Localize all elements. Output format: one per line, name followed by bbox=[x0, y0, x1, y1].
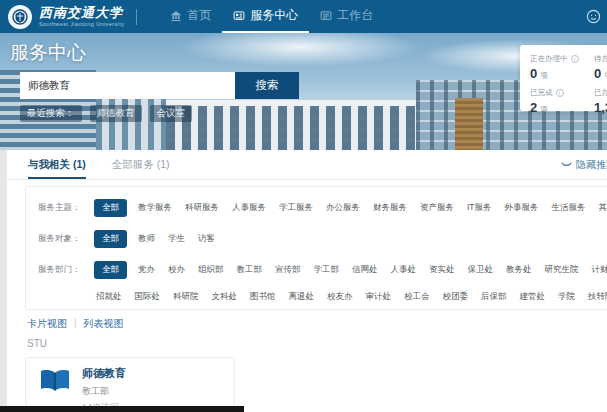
university-logo[interactable]: 西南交通大学 Southwest Jiaotong University bbox=[0, 5, 124, 29]
filter-option[interactable]: 后保部 bbox=[479, 288, 509, 306]
chevron-down-icon bbox=[561, 161, 572, 169]
filter-option[interactable]: 教师 bbox=[136, 230, 157, 248]
nav-item-label: 工作台 bbox=[337, 7, 373, 24]
stat-cell: 待办i0项 bbox=[594, 54, 607, 81]
service-card-shide-jiaoyu[interactable]: 师德教育 教工部 14次访问 bbox=[25, 357, 235, 407]
cloud-decoration bbox=[180, 33, 420, 67]
divider bbox=[0, 179, 607, 180]
filter-option[interactable]: 国际处 bbox=[133, 288, 163, 306]
hide-recommend-label: 隐藏推荐 bbox=[576, 158, 607, 172]
filter-option[interactable]: 人事处 bbox=[389, 261, 419, 279]
service-tabs: 与我相关 (1)全部服务 (1) bbox=[28, 152, 170, 179]
filter-option[interactable]: 离退处 bbox=[287, 288, 317, 306]
filter-option[interactable]: 图书馆 bbox=[248, 288, 278, 306]
filter-option[interactable]: 学院 bbox=[556, 288, 577, 306]
filter-option[interactable]: 党办 bbox=[136, 261, 157, 279]
stat-label: 待办i bbox=[594, 54, 607, 64]
filter-option[interactable]: 审计处 bbox=[364, 288, 394, 306]
top-navbar: 西南交通大学 Southwest Jiaotong University 首页服… bbox=[0, 0, 607, 33]
filter-options: 全部党办校办组织部教工部宣传部学工部信网处人事处资实处保卫处教务处研究生院计财处… bbox=[94, 261, 607, 306]
filter-option[interactable]: 人事服务 bbox=[230, 199, 268, 217]
nav-item-workbench[interactable]: 工作台 bbox=[309, 0, 384, 33]
filter-option[interactable]: 校友办 bbox=[325, 288, 355, 306]
stat-value: 0项 bbox=[530, 66, 594, 81]
filter-option[interactable]: 全部 bbox=[94, 261, 127, 279]
filter-option[interactable]: 建管处 bbox=[518, 288, 548, 306]
filter-option[interactable]: 访客 bbox=[196, 230, 217, 248]
filter-option[interactable]: 招就处 bbox=[94, 288, 124, 306]
filter-option[interactable]: IT服务 bbox=[465, 199, 494, 217]
filter-option[interactable]: 其他服务 bbox=[597, 199, 607, 217]
filter-option[interactable]: 技转院 bbox=[586, 288, 607, 306]
university-emblem-icon bbox=[8, 5, 32, 29]
filter-option[interactable]: 学工部 bbox=[312, 261, 342, 279]
stat-cell: 已办i1,3 bbox=[594, 88, 607, 115]
info-icon[interactable]: i bbox=[556, 89, 564, 97]
stat-label: 已办i bbox=[594, 88, 607, 98]
filter-option[interactable]: 计财处 bbox=[590, 261, 607, 279]
content-area: 与我相关 (1)全部服务 (1) 隐藏推荐 服务主题：全部教学服务科研服务人事服… bbox=[0, 150, 607, 412]
page-title: 服务中心 bbox=[10, 40, 86, 66]
hide-recommend-link[interactable]: 隐藏推荐 bbox=[561, 158, 607, 172]
filter-option[interactable]: 资实处 bbox=[427, 261, 457, 279]
search-button[interactable]: 搜索 bbox=[235, 72, 299, 99]
filter-options: 全部教师学生访客 bbox=[94, 230, 217, 248]
filter-options-line: 全部党办校办组织部教工部宣传部学工部信网处人事处资实处保卫处教务处研究生院计财处 bbox=[94, 261, 607, 279]
filter-option[interactable]: 宣传部 bbox=[273, 261, 303, 279]
filter-option[interactable]: 校团委 bbox=[441, 288, 471, 306]
filter-option[interactable]: 全部 bbox=[94, 230, 127, 248]
stat-value: 1,3 bbox=[594, 100, 607, 115]
filter-option[interactable]: 生活服务 bbox=[550, 199, 588, 217]
recent-searches-label: 最近搜索： bbox=[20, 105, 82, 122]
recent-search-tag[interactable]: 师德教育 bbox=[90, 105, 142, 122]
filter-option[interactable]: 校办 bbox=[166, 261, 187, 279]
filter-option[interactable]: 学生 bbox=[166, 230, 187, 248]
recent-search-tag[interactable]: 会议室 bbox=[150, 105, 193, 122]
nav-item-home[interactable]: 首页 bbox=[159, 0, 222, 33]
filter-option[interactable]: 保卫处 bbox=[466, 261, 496, 279]
card-view-link[interactable]: 卡片视图 bbox=[27, 317, 67, 331]
filter-option[interactable]: 文科处 bbox=[210, 288, 240, 306]
filter-option[interactable]: 教务处 bbox=[504, 261, 534, 279]
todo-stats-card: 正在办理中i0项待办i0项已完成i2项已办i1,3 bbox=[520, 45, 607, 111]
filter-option[interactable]: 科研院 bbox=[171, 288, 201, 306]
stat-cell: 正在办理中i0项 bbox=[530, 54, 594, 81]
filter-option[interactable]: 资产服务 bbox=[418, 199, 456, 217]
filter-options-line: 全部教学服务科研服务人事服务学工服务办公服务财务服务资产服务IT服务外事服务生活… bbox=[94, 199, 607, 217]
filter-option[interactable]: 校工会 bbox=[402, 288, 432, 306]
stat-label: 正在办理中i bbox=[530, 54, 594, 64]
info-icon[interactable]: i bbox=[571, 55, 579, 63]
filter-option[interactable]: 学工服务 bbox=[277, 199, 315, 217]
filter-option[interactable]: 教学服务 bbox=[136, 199, 174, 217]
left-gutter bbox=[0, 150, 7, 412]
filter-label: 服务对象： bbox=[38, 230, 94, 248]
nav-item-label: 首页 bbox=[187, 7, 211, 24]
tab-0[interactable]: 与我相关 (1) bbox=[28, 152, 86, 179]
nav-item-service-center[interactable]: 服务中心 bbox=[222, 0, 309, 33]
stat-cell: 已完成i2项 bbox=[530, 88, 594, 115]
filter-option[interactable]: 财务服务 bbox=[371, 199, 409, 217]
stat-label: 已完成i bbox=[530, 88, 594, 98]
service-center-icon bbox=[233, 10, 245, 22]
filter-option[interactable]: 办公服务 bbox=[324, 199, 362, 217]
stat-unit: 项 bbox=[540, 71, 548, 80]
filter-option[interactable]: 教工部 bbox=[235, 261, 265, 279]
filter-option[interactable]: 信网处 bbox=[350, 261, 380, 279]
main-nav: 首页服务中心工作台 bbox=[159, 0, 384, 33]
tab-1[interactable]: 全部服务 (1) bbox=[112, 152, 170, 179]
filter-option[interactable]: 科研服务 bbox=[183, 199, 221, 217]
filter-label: 服务部门： bbox=[38, 261, 94, 306]
filter-option[interactable]: 外事服务 bbox=[503, 199, 541, 217]
filter-panel: 服务主题：全部教学服务科研服务人事服务学工服务办公服务财务服务资产服务IT服务外… bbox=[25, 186, 607, 310]
view-separator: | bbox=[74, 317, 77, 331]
user-account-icon[interactable] bbox=[586, 9, 601, 28]
nav-divider bbox=[136, 9, 137, 25]
search-input[interactable] bbox=[20, 72, 235, 99]
filter-row: 服务部门：全部党办校办组织部教工部宣传部学工部信网处人事处资实处保卫处教务处研究… bbox=[38, 261, 607, 306]
logo-title: 西南交通大学 bbox=[39, 6, 124, 19]
filter-option[interactable]: 组织部 bbox=[196, 261, 226, 279]
list-view-link[interactable]: 列表视图 bbox=[84, 317, 124, 331]
filter-option[interactable]: 研究生院 bbox=[543, 261, 581, 279]
filter-option[interactable]: 全部 bbox=[94, 199, 127, 217]
filter-label: 服务主题： bbox=[38, 199, 94, 217]
